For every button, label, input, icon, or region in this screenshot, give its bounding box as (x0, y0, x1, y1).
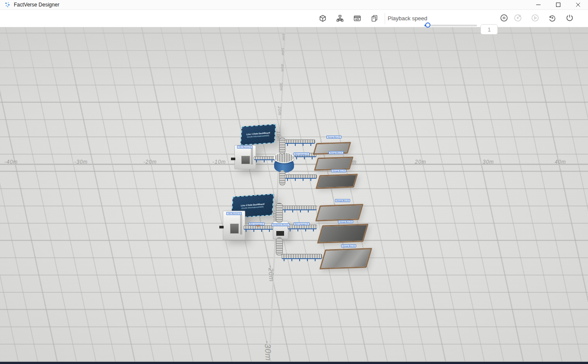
equipment-label[interactable]: Belt Conveyor 01 (294, 152, 310, 155)
minimize-button[interactable] (528, 0, 548, 9)
storage-pad-6[interactable] (319, 248, 372, 269)
model-cube-icon[interactable] (316, 12, 329, 24)
storage-pad-5[interactable] (317, 224, 368, 244)
x-axis-label: 20m (415, 159, 426, 165)
line1-data-dashboard[interactable]: Line 1 Data DashBoard Goods Information(… (240, 124, 276, 146)
bottom-status-bar (0, 362, 588, 364)
y-axis-label: 20m (277, 106, 282, 116)
equipment-label[interactable]: CNC Machine 01 (237, 146, 253, 149)
window-title: FactVerse Designer (14, 2, 59, 8)
rotary-table-1[interactable] (274, 152, 294, 173)
conveyor-line1-down[interactable] (279, 170, 285, 186)
slider-knob[interactable] (425, 22, 430, 28)
conveyor-line2-top[interactable] (282, 206, 317, 210)
storage-pad-4[interactable] (315, 204, 364, 221)
viewport-3d[interactable]: -40m-30m-20m-10m10m20m30m40m 60m50m40m30… (0, 27, 588, 362)
floor-grid (0, 27, 588, 362)
x-axis-label: -30m (74, 159, 88, 165)
maximize-button[interactable] (548, 0, 568, 9)
hierarchy-icon[interactable] (334, 12, 346, 24)
machine-panel (240, 215, 242, 234)
toolbar-divider (385, 13, 385, 24)
y-axis-label: 40m (280, 64, 285, 72)
code-window-icon[interactable] (351, 12, 363, 24)
conveyor-line2-up[interactable] (276, 203, 283, 223)
y-axis-label: 50m (281, 48, 285, 56)
close-button[interactable] (568, 0, 588, 9)
conveyor-line1-top[interactable] (285, 139, 315, 144)
equipment-label[interactable]: Belt Conveyor 03 (294, 222, 310, 225)
equipment-label[interactable]: CNC Machine 02 (226, 212, 242, 215)
cnc-machine-2[interactable] (223, 211, 245, 240)
equipment-label[interactable]: Storage Area 05 (338, 220, 353, 223)
pause-button[interactable] (498, 12, 510, 24)
power-button[interactable] (563, 12, 575, 24)
title-bar: FactVerse Designer (0, 0, 588, 10)
x-axis-label: -20m (143, 159, 157, 165)
toolbar: Playback speed (0, 9, 588, 27)
slider-track[interactable] (424, 25, 477, 26)
machine-window (241, 156, 250, 164)
playback-speed-input[interactable] (481, 24, 498, 35)
y-axis-label: 30m (279, 82, 284, 91)
equipment-label[interactable]: Storage Area 01 (326, 136, 341, 139)
app-logo-icon (4, 2, 10, 8)
y-axis-label: -20m (267, 265, 275, 282)
step-play-button (512, 12, 524, 24)
machine-slot (276, 231, 284, 236)
machine-arm (219, 226, 224, 228)
equipment-label[interactable]: Storage Area 02 (329, 151, 344, 154)
restart-button[interactable] (546, 12, 558, 24)
equipment-label[interactable]: Distribution Machine (272, 223, 290, 226)
playback-speed-label: Playback speed (388, 15, 427, 22)
conveyor-line2-bottom[interactable] (281, 254, 322, 259)
x-axis-label: -10m (212, 159, 226, 165)
x-axis-label: 30m (483, 159, 494, 165)
storage-pad-3[interactable] (316, 174, 358, 189)
conveyor-line1-bottom[interactable] (285, 174, 317, 179)
cnc-machine-1[interactable] (234, 145, 256, 169)
machine-window (230, 224, 239, 234)
play-button (529, 12, 541, 24)
x-axis-label: 40m (555, 159, 566, 165)
x-axis-label: -40m (4, 159, 18, 165)
documents-icon[interactable] (368, 12, 380, 24)
equipment-label[interactable]: Storage Area 04 (335, 199, 350, 202)
equipment-label[interactable]: Belt Conveyor 02 (249, 222, 265, 225)
y-axis-label: 60m (282, 34, 285, 41)
machine-panel (251, 148, 253, 165)
conveyor-line2-down[interactable] (276, 237, 283, 256)
storage-pad-2[interactable] (314, 157, 354, 171)
conveyor-line1-infeed[interactable] (254, 156, 275, 160)
machine-arm (231, 158, 235, 160)
y-axis-label: -30m (262, 340, 273, 361)
equipment-label[interactable]: Storage Area 06 (341, 244, 356, 247)
equipment-label[interactable]: Storage Area 03 (331, 169, 346, 172)
playback-speed-slider[interactable] (424, 22, 477, 28)
conveyor-line1-up[interactable] (279, 137, 285, 155)
